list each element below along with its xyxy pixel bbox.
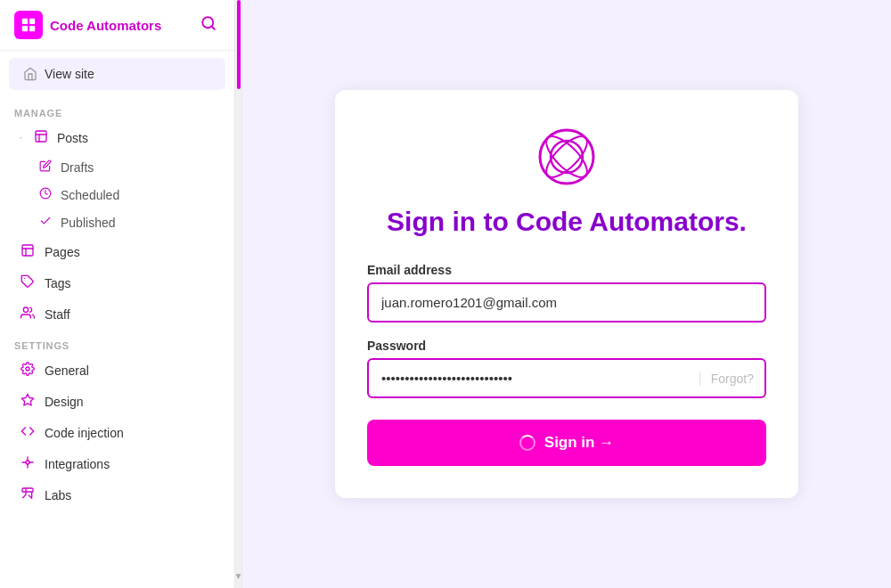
sidebar-item-posts[interactable]: · Posts [5, 122, 229, 153]
labs-icon [20, 486, 35, 501]
posts-icon [34, 129, 48, 143]
email-group: Email address [367, 263, 766, 323]
tags-icon [20, 274, 35, 289]
scroll-down-arrow[interactable]: ▼ [234, 571, 243, 581]
sidebar-item-labs[interactable]: Labs [5, 479, 229, 510]
password-label: Password [367, 339, 766, 353]
sidebar-item-scheduled[interactable]: Scheduled [5, 181, 229, 208]
general-label: General [45, 363, 89, 378]
design-label: Design [45, 395, 84, 409]
published-label: Published [61, 216, 116, 230]
sidebar: Code Automators View site MANAGE · Posts [0, 0, 235, 588]
sidebar-item-design[interactable]: Design [5, 386, 229, 417]
view-site-label: View site [45, 67, 94, 81]
search-icon [200, 15, 217, 31]
design-icon [20, 393, 35, 407]
code-injection-icon [20, 424, 35, 438]
svg-point-22 [551, 141, 583, 173]
svg-rect-2 [22, 26, 28, 31]
svg-point-14 [23, 307, 28, 312]
svg-point-15 [26, 367, 29, 371]
search-button[interactable] [197, 12, 220, 38]
svg-rect-1 [29, 19, 35, 24]
password-group: Password Forgot? [367, 339, 766, 398]
svg-rect-0 [22, 19, 28, 24]
staff-icon [20, 306, 35, 320]
sign-in-label: Sign in → [544, 434, 614, 452]
tags-label: Tags [45, 276, 71, 290]
view-site-button[interactable]: View site [9, 58, 225, 90]
logo-icon [14, 11, 43, 39]
pages-label: Pages [45, 245, 80, 259]
svg-rect-10 [22, 245, 33, 256]
labs-label: Labs [45, 488, 71, 502]
sidebar-header: Code Automators [0, 0, 234, 51]
app-name: Code Automators [50, 18, 161, 33]
login-card: Sign in to Code Automators. Email addres… [335, 90, 798, 498]
sidebar-item-drafts[interactable]: Drafts [5, 153, 229, 181]
integrations-icon [20, 455, 35, 470]
sidebar-item-code-injection[interactable]: Code injection [5, 417, 229, 448]
email-label: Email address [367, 263, 766, 277]
scheduled-label: Scheduled [61, 188, 119, 202]
manage-section-label: MANAGE [0, 97, 234, 122]
password-wrapper: Forgot? [367, 358, 766, 398]
drafts-label: Drafts [61, 160, 94, 175]
sidebar-item-general[interactable]: General [5, 355, 229, 386]
posts-label: Posts [57, 131, 88, 145]
general-icon [20, 362, 35, 376]
sidebar-item-published[interactable]: Published [5, 208, 229, 236]
grid-icon [20, 17, 37, 33]
main-content: Sign in to Code Automators. Email addres… [242, 0, 891, 588]
brand-logo [535, 126, 598, 188]
scheduled-icon [39, 187, 52, 200]
sidebar-item-integrations[interactable]: Integrations [5, 448, 229, 479]
sidebar-logo[interactable]: Code Automators [14, 11, 161, 39]
svg-rect-3 [29, 26, 35, 31]
sidebar-item-pages[interactable]: Pages [5, 236, 229, 267]
home-icon [23, 67, 37, 81]
svg-line-5 [211, 26, 214, 29]
collapse-bullet: · [20, 133, 25, 143]
brand-logo-svg [535, 126, 598, 188]
email-input[interactable] [367, 282, 766, 323]
sign-in-button[interactable]: Sign in → [367, 420, 766, 466]
settings-section-label: SETTINGS [0, 330, 234, 355]
loading-spinner [519, 435, 535, 451]
code-injection-label: Code injection [45, 426, 124, 440]
scrollbar-thumb [237, 0, 241, 89]
sidebar-item-staff[interactable]: Staff [5, 298, 229, 330]
forgot-password-link[interactable]: Forgot? [699, 372, 754, 386]
drafts-icon [39, 159, 52, 172]
pages-icon [20, 243, 35, 257]
svg-rect-6 [36, 131, 46, 142]
integrations-label: Integrations [45, 457, 110, 471]
staff-label: Staff [45, 307, 70, 322]
published-icon [39, 215, 52, 227]
sidebar-item-tags[interactable]: Tags [5, 267, 229, 298]
sidebar-scrollbar[interactable]: ▼ [235, 0, 242, 588]
login-title: Sign in to Code Automators. [387, 206, 747, 238]
